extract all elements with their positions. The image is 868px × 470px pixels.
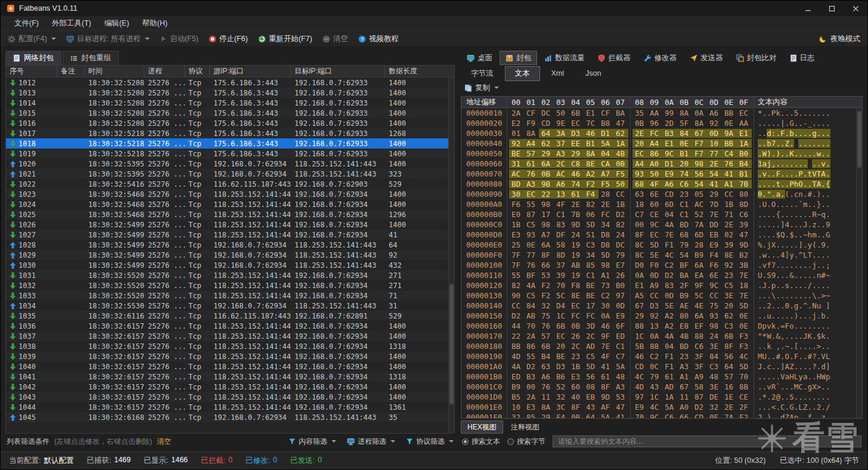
hex-byte[interactable]: 0E [737, 311, 752, 320]
hex-byte[interactable]: BE [584, 291, 599, 300]
hex-byte[interactable]: 22 [509, 332, 524, 341]
hex-byte[interactable]: 50 [647, 169, 662, 178]
hex-byte[interactable]: DE [707, 392, 722, 401]
viewtab-hex-view[interactable]: HEX视图 [461, 420, 503, 434]
hex-byte[interactable]: 75 [707, 301, 722, 310]
hex-byte[interactable]: 11 [677, 392, 692, 401]
hex-byte[interactable]: D1 [599, 129, 613, 138]
hex-byte[interactable]: 25 [509, 240, 524, 249]
hex-byte[interactable]: 77 [524, 251, 539, 259]
hex-byte[interactable]: E7 [613, 261, 628, 270]
column-header-4[interactable]: 协议 [185, 66, 210, 77]
hex-byte[interactable]: 88 [633, 321, 647, 330]
hex-byte[interactable]: BE [554, 352, 569, 361]
packet-row[interactable]: 103218:30:32:552025276 ...Tcp118.253.152… [6, 280, 448, 290]
hex-byte[interactable]: 41 [722, 169, 737, 178]
hex-byte[interactable]: 10 [707, 139, 722, 148]
hex-byte[interactable]: B4 [737, 159, 752, 168]
hex-byte[interactable]: 4A [509, 362, 524, 371]
hex-byte[interactable]: 32 [539, 301, 554, 310]
tab-packet-reassembly[interactable]: 封包重组 [63, 51, 119, 65]
hex-byte[interactable]: DC [539, 109, 554, 117]
hex-byte[interactable]: F2 [539, 291, 554, 300]
hex-byte[interactable]: F6 [509, 200, 524, 209]
hex-byte[interactable]: 23 [722, 271, 737, 280]
hex-byte[interactable]: 24 [707, 332, 722, 341]
hex-byte[interactable]: 0D [662, 291, 677, 300]
packet-row[interactable]: 104418:30:32:615725276 ...Tcp118.253.152… [6, 402, 448, 412]
hex-byte[interactable]: 74 [677, 169, 692, 178]
hex-byte[interactable]: C5 [524, 291, 539, 300]
hex-byte[interactable]: 56 [722, 352, 737, 361]
hex-byte[interactable]: AB [524, 311, 539, 320]
hex-byte[interactable]: BA [677, 271, 692, 280]
hex-byte[interactable]: C7 [633, 210, 647, 219]
hex-byte[interactable]: BE [509, 149, 524, 158]
hex-byte[interactable]: 93 [707, 311, 722, 320]
hex-byte[interactable]: 54 [692, 180, 707, 188]
hex-byte[interactable]: 92 [647, 311, 662, 320]
hex-byte[interactable]: F4 [554, 413, 569, 418]
hex-byte[interactable]: 9C [662, 149, 677, 158]
hex-byte[interactable]: 0A [647, 332, 662, 341]
hex-byte[interactable]: 3E [722, 291, 737, 300]
hex-byte[interactable]: F2 [584, 180, 599, 188]
hex-byte[interactable]: D2 [662, 271, 677, 280]
hex-byte[interactable]: 9B [539, 180, 554, 188]
hex-byte[interactable]: 43 [647, 382, 662, 391]
hex-byte[interactable]: C5 [524, 220, 539, 229]
hex-byte[interactable]: 5B [633, 342, 647, 351]
hex-byte[interactable]: AC [554, 169, 569, 178]
hex-byte[interactable]: BD [677, 342, 692, 351]
hex-byte[interactable]: 00 [524, 382, 539, 391]
hex-byte[interactable]: 0E [677, 139, 692, 148]
hex-byte[interactable]: 0E [707, 413, 722, 418]
hex-byte[interactable]: 96 [647, 119, 662, 128]
hex-byte[interactable]: 8D [554, 251, 569, 259]
hex-byte[interactable]: 10 [509, 403, 524, 412]
hex-byte[interactable]: 32 [554, 392, 569, 401]
tab-interceptor[interactable]: 拦截器 [592, 51, 637, 65]
hex-byte[interactable]: C8 [569, 159, 584, 168]
restart-button[interactable]: 重新开始(F7) [258, 34, 312, 44]
tab-modifier[interactable]: 修改器 [638, 51, 683, 65]
clear-button[interactable]: 清空 [323, 34, 348, 44]
hex-byte[interactable]: 7E [707, 210, 722, 219]
packet-row[interactable]: 102218:30:32:541625276 ...Tcp116.62.115.… [6, 179, 448, 189]
hex-byte[interactable]: 4C [647, 403, 662, 412]
packet-row[interactable]: 102518:30:32:546825276 ...Tcp118.253.152… [6, 209, 448, 219]
hex-byte[interactable]: 29 [539, 149, 554, 158]
hex-byte[interactable]: F6 [707, 261, 722, 270]
hex-byte[interactable]: 9C [647, 220, 662, 229]
hex-byte[interactable]: 52 [554, 382, 569, 391]
hex-byte[interactable]: B1 [677, 149, 692, 158]
hex-byte[interactable]: B4 [539, 352, 554, 361]
hex-byte[interactable]: 62 [613, 129, 628, 138]
hex-byte[interactable]: 47 [613, 119, 628, 128]
hex-byte[interactable]: 5A [599, 139, 613, 148]
hex-byte[interactable]: A2 [662, 321, 677, 330]
hex-byte[interactable]: 3B [737, 261, 752, 270]
hex-byte[interactable]: 2C [584, 332, 599, 341]
hex-byte[interactable]: EA [692, 271, 707, 280]
hex-byte[interactable]: B1 [584, 139, 599, 148]
hex-byte[interactable]: 84 [524, 301, 539, 310]
packet-table-scrollbar[interactable] [448, 78, 454, 433]
hex-byte[interactable]: A1 [722, 180, 737, 188]
hex-byte[interactable]: AD [584, 342, 599, 351]
hex-byte[interactable]: E1 [633, 281, 647, 290]
hex-byte[interactable]: 20 [554, 342, 569, 351]
hex-byte[interactable]: 55 [524, 352, 539, 361]
hex-byte[interactable]: EC [737, 109, 752, 117]
hex-byte[interactable]: 43 [584, 403, 599, 412]
menu-item-help[interactable]: 帮助(H) [136, 17, 174, 30]
hex-byte[interactable]: 7B [569, 210, 584, 219]
hex-byte[interactable]: 57 [524, 149, 539, 158]
hex-byte[interactable]: 8D [737, 200, 752, 209]
hex-byte[interactable]: 9C [647, 413, 662, 418]
tab-desktop[interactable]: 桌面 [461, 51, 498, 65]
hex-byte[interactable]: C2 [662, 261, 677, 270]
hex-byte[interactable]: F9 [524, 119, 539, 128]
hex-byte[interactable]: 6E [707, 271, 722, 280]
packet-row[interactable]: 103018:30:32:549925276 ...Tcp192.168.0.7… [6, 260, 448, 270]
